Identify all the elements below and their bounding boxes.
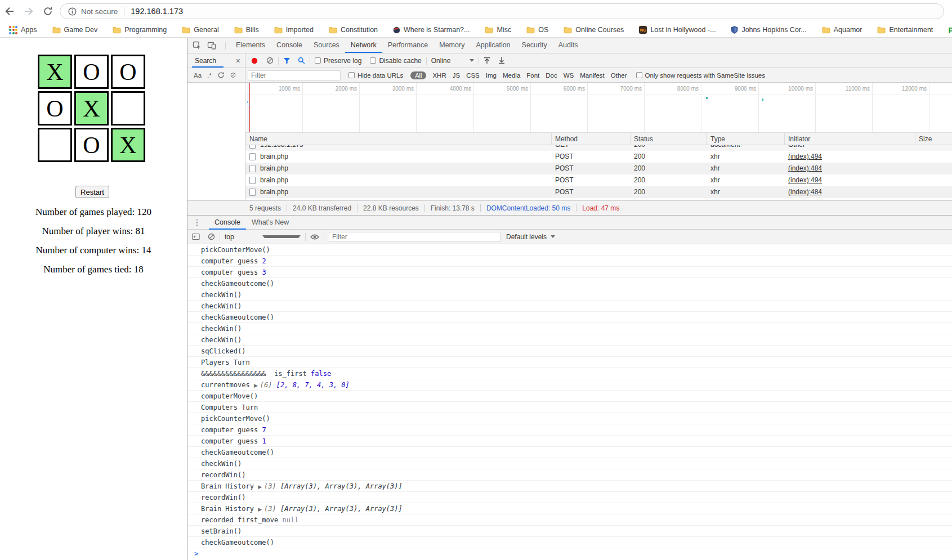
board-cell[interactable]: O	[111, 55, 145, 89]
initiator-link[interactable]: (index):484	[788, 164, 822, 172]
column-header-name[interactable]: Name	[249, 135, 267, 143]
refresh-icon[interactable]	[217, 71, 225, 79]
bookmark-item[interactable]: Johns Hopkins Cor...	[727, 25, 810, 35]
filter-chip-other[interactable]: Other	[611, 72, 627, 79]
tab-performance[interactable]: Performance	[382, 38, 434, 53]
tab-security[interactable]: Security	[516, 38, 553, 53]
filter-funnel-icon[interactable]	[283, 57, 290, 64]
bookmark-item[interactable]: General	[178, 25, 222, 35]
match-case-button[interactable]: Aa	[194, 72, 202, 79]
bookmark-item[interactable]: PLake Elsinore-Wildo...	[945, 24, 952, 36]
filter-chip-xhr[interactable]: XHR	[432, 72, 446, 79]
board-cell[interactable]: O	[74, 128, 109, 162]
info-icon[interactable]	[68, 7, 77, 16]
filter-chip-css[interactable]: CSS	[466, 72, 480, 79]
console-prompt[interactable]: >	[187, 548, 952, 559]
import-har-icon[interactable]	[484, 57, 490, 64]
restart-button[interactable]: Restart	[75, 186, 109, 198]
address-bar[interactable]: Not secure 192.168.1.173	[60, 3, 944, 19]
hide-data-urls-checkbox[interactable]: Hide data URLs	[348, 72, 403, 79]
table-row[interactable]: brain.phpPOST200xhr(index):484	[245, 186, 952, 198]
more-options-icon[interactable]: ⋮	[193, 218, 201, 227]
execution-context-dropdown[interactable]: top	[225, 233, 301, 241]
expand-triangle-icon[interactable]: ▶	[258, 507, 262, 512]
initiator-link[interactable]: (index):494	[788, 176, 822, 184]
tab-whats-new[interactable]: What's New	[246, 216, 294, 230]
bookmark-item[interactable]: Aquamor	[819, 25, 866, 35]
bookmark-item[interactable]: Bills	[231, 25, 262, 35]
inspect-element-icon[interactable]	[193, 41, 202, 50]
board-cell[interactable]: O	[38, 91, 72, 126]
bookmark-item[interactable]: Apps	[6, 25, 41, 35]
tab-console[interactable]: Console	[271, 38, 308, 53]
preserve-log-checkbox[interactable]: Preserve log	[315, 57, 361, 65]
board-cell[interactable]	[38, 128, 72, 162]
bookmark-item[interactable]: Online Courses	[560, 25, 627, 35]
bookmark-item[interactable]: Misc	[481, 25, 515, 35]
log-levels-dropdown[interactable]: Default levels	[506, 233, 555, 241]
disable-cache-checkbox[interactable]: Disable cache	[370, 57, 421, 65]
bookmark-item[interactable]: Programming	[109, 25, 170, 35]
tab-network[interactable]: Network	[345, 38, 382, 53]
throttling-dropdown[interactable]: Online	[431, 57, 475, 65]
regex-button[interactable]: .*	[207, 72, 212, 79]
filter-chip-media[interactable]: Media	[503, 72, 520, 79]
filter-chip-all[interactable]: All	[410, 71, 426, 79]
export-har-icon[interactable]	[498, 57, 505, 64]
table-row[interactable]: brain.phpPOST200xhr(index):494	[245, 174, 952, 186]
bookmark-item[interactable]: Entertainment	[874, 25, 936, 35]
filter-chip-ws[interactable]: WS	[564, 72, 574, 79]
tab-application[interactable]: Application	[470, 38, 516, 53]
expand-triangle-icon[interactable]: ▶	[254, 383, 258, 388]
eye-icon[interactable]	[310, 234, 319, 240]
console-filter-input[interactable]	[329, 232, 500, 242]
initiator-link[interactable]: (index):484	[788, 188, 822, 196]
tab-memory[interactable]: Memory	[433, 38, 470, 53]
tab-sources[interactable]: Sources	[308, 38, 345, 53]
reload-button[interactable]	[38, 2, 57, 21]
bookmark-item[interactable]: NGLost in Hollywood -...	[636, 25, 719, 35]
bookmark-item[interactable]: Imported	[271, 25, 317, 35]
network-overview-timeline[interactable]: 1000 ms2000 ms3000 ms4000 ms5000 ms6000 …	[245, 83, 952, 133]
filter-chip-manifest[interactable]: Manifest	[580, 72, 604, 79]
bookmark-item[interactable]: Where is Starman?...	[390, 25, 473, 35]
clear-icon[interactable]	[266, 57, 274, 64]
column-header-method[interactable]: Method	[555, 135, 578, 143]
column-header-size[interactable]: Size	[919, 135, 932, 143]
bookmark-item[interactable]: Constitution	[325, 25, 381, 35]
console-sidebar-icon[interactable]	[192, 233, 200, 240]
initiator-link[interactable]: (index):494	[788, 153, 822, 160]
table-row-clipped[interactable]: 192.168.1.173GET200documentOther	[245, 145, 952, 151]
column-header-status[interactable]: Status	[634, 135, 653, 143]
column-header-initiator[interactable]: Initiator	[788, 135, 810, 143]
close-icon[interactable]: ×	[236, 57, 240, 65]
tab-console[interactable]: Console	[209, 216, 246, 230]
table-row[interactable]: 192.168.1.173GET200documentOther	[245, 145, 952, 151]
back-button[interactable]	[0, 2, 19, 21]
table-row[interactable]: brain.phpPOST200xhr(index):494	[245, 151, 952, 163]
tab-audits[interactable]: Audits	[553, 38, 584, 53]
filter-chip-js[interactable]: JS	[453, 72, 460, 79]
tab-elements[interactable]: Elements	[230, 38, 271, 53]
filter-chip-img[interactable]: Img	[486, 72, 497, 79]
network-filter-input[interactable]	[248, 70, 341, 80]
bookmark-item[interactable]: Game Dev	[49, 25, 101, 35]
board-cell[interactable]	[111, 91, 145, 126]
board-cell[interactable]: X	[111, 128, 145, 162]
filter-chip-font[interactable]: Font	[526, 72, 539, 79]
table-row[interactable]: brain.phpPOST200xhr(index):484	[245, 163, 952, 174]
board-cell[interactable]: O	[74, 55, 109, 89]
samesite-checkbox[interactable]: Only show requests with SameSite issues	[636, 72, 765, 79]
bookmark-item[interactable]: OS	[523, 25, 552, 35]
record-icon[interactable]	[251, 57, 258, 64]
expand-triangle-icon[interactable]: ▶	[258, 484, 262, 490]
clear-console-icon[interactable]	[208, 233, 215, 240]
filter-chip-doc[interactable]: Doc	[546, 72, 557, 79]
clear-search-icon[interactable]	[230, 71, 236, 79]
device-toolbar-icon[interactable]	[207, 41, 216, 50]
board-cell[interactable]: X	[74, 91, 109, 126]
board-cell[interactable]: X	[38, 55, 72, 89]
forward-button[interactable]	[19, 2, 38, 21]
search-icon[interactable]	[298, 57, 305, 64]
column-header-type[interactable]: Type	[710, 135, 725, 143]
